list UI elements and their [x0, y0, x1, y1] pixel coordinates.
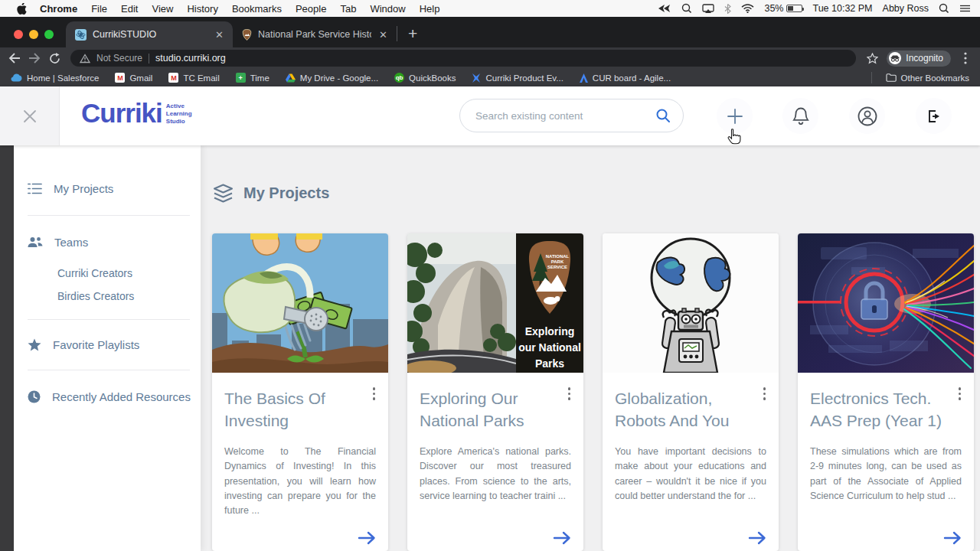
search-icon[interactable]: [655, 108, 671, 123]
bookmark-quickbooks[interactable]: qb QuickBooks: [394, 73, 456, 83]
card-menu-button[interactable]: [371, 385, 378, 403]
menu-edit[interactable]: Edit: [114, 3, 145, 15]
menubar-user-name[interactable]: Abby Ross: [883, 3, 929, 14]
project-description: You have important decisions to make abo…: [615, 445, 766, 504]
list-icon: [28, 183, 42, 194]
open-project-arrow[interactable]: [553, 531, 571, 545]
statusbar-zoom-icon[interactable]: [681, 3, 692, 14]
menu-bookmarks[interactable]: Bookmarks: [225, 3, 289, 15]
menubar-clock[interactable]: Tue 10:32 PM: [812, 3, 872, 14]
tab-close-icon[interactable]: ✕: [377, 29, 389, 41]
bookmarks-bar: Home | Salesforce M Gmail M TC Email + T…: [0, 69, 980, 86]
menu-history[interactable]: History: [180, 3, 224, 15]
statusbar-wifi-icon[interactable]: [741, 4, 754, 13]
minimize-window-button[interactable]: [29, 30, 38, 39]
chrome-menu-icon[interactable]: [956, 49, 975, 67]
bookmark-curriki-product[interactable]: Curriki Product Ev...: [472, 73, 563, 83]
sign-out-button[interactable]: [916, 98, 952, 134]
sidebar-item-curriki-creators[interactable]: Curriki Creators: [14, 267, 201, 279]
card-menu-button[interactable]: [956, 385, 964, 403]
bookmark-tc-email[interactable]: M TC Email: [168, 73, 219, 83]
menu-tab[interactable]: Tab: [333, 3, 363, 15]
project-thumbnail-robot-globe: [603, 233, 779, 373]
bookmark-label: Curriki Product Ev...: [485, 73, 563, 83]
forward-button[interactable]: [24, 49, 44, 67]
menu-file[interactable]: File: [84, 3, 114, 15]
other-bookmarks-button[interactable]: Other Bookmarks: [886, 73, 969, 83]
statusbar-bluetooth-icon[interactable]: [724, 4, 731, 14]
curriki-app-header: Curriki Active Learning Studio: [0, 86, 980, 145]
notification-center-icon[interactable]: [959, 4, 971, 13]
sidebar-item-birdies-creators[interactable]: Birdies Creators: [14, 290, 201, 302]
reload-button[interactable]: [44, 49, 64, 67]
statusbar-airplay-icon[interactable]: [702, 4, 714, 14]
curriki-logo[interactable]: Curriki Active Learning Studio: [81, 98, 192, 129]
open-project-arrow[interactable]: [358, 531, 376, 545]
sidebar-item-my-projects[interactable]: My Projects: [14, 182, 201, 195]
bookmark-my-drive[interactable]: My Drive - Google...: [286, 73, 378, 83]
project-card-basics-of-investing[interactable]: The Basics Of Investing Welcome to The F…: [212, 233, 388, 551]
url-text: studio.curriki.org: [155, 53, 226, 64]
sidebar-item-label: Curriki Creators: [57, 267, 132, 279]
sidebar-item-recently-added[interactable]: Recently Added Resources: [14, 390, 201, 403]
card-menu-button[interactable]: [566, 385, 573, 403]
search-bar: [459, 99, 684, 132]
sidebar-item-label: Birdies Creators: [57, 290, 134, 302]
menu-people[interactable]: People: [289, 3, 333, 15]
sheets-icon: +: [236, 73, 246, 83]
sidebar-close-button[interactable]: [0, 86, 60, 145]
not-secure-warning-icon[interactable]: [80, 54, 90, 64]
project-card-national-parks[interactable]: NATIONAL PARK SERVICE Exploring our Nati…: [407, 233, 583, 551]
new-tab-button[interactable]: +: [397, 24, 428, 43]
bell-icon: [792, 106, 810, 126]
menu-window[interactable]: Window: [363, 3, 412, 15]
project-card-globalization-robots[interactable]: Globalization, Robots And You You have i…: [603, 233, 779, 551]
statusbar-app-icon[interactable]: [658, 4, 671, 13]
address-bar[interactable]: Not Secure studio.curriki.org: [70, 50, 856, 67]
battery-percent: 35%: [764, 3, 783, 14]
bookmark-cur-board[interactable]: CUR board - Agile...: [580, 73, 671, 83]
bookmark-time[interactable]: + Time: [236, 73, 270, 83]
project-card-electronics-tech[interactable]: Electronics Tech. AAS Prep (Year 1) Thes…: [798, 233, 974, 551]
project-title: Globalization, Robots And You: [615, 388, 766, 432]
incognito-badge: Incognito: [887, 51, 951, 67]
tab-title: CurrikiSTUDIO: [93, 29, 207, 40]
currikistudio-favicon: [75, 29, 87, 41]
battery-icon: [786, 5, 802, 12]
project-thumbnail-investing: [212, 233, 388, 373]
project-thumbnail-national-parks: NATIONAL PARK SERVICE Exploring our Nati…: [407, 233, 583, 373]
bookmark-label: QuickBooks: [409, 73, 456, 83]
sidebar-item-favorite-playlists[interactable]: Favorite Playlists: [14, 338, 201, 351]
profile-button[interactable]: [849, 98, 885, 134]
jira-board-icon: [580, 73, 588, 83]
spotlight-icon[interactable]: [939, 3, 949, 14]
logo-text: Curriki: [81, 98, 162, 129]
chrome-tabstrip: CurrikiSTUDIO ✕ National Park Service Hi…: [0, 17, 980, 47]
tab-currikistudio[interactable]: CurrikiSTUDIO ✕: [66, 21, 233, 47]
bookmark-salesforce[interactable]: Home | Salesforce: [11, 73, 99, 83]
menu-view[interactable]: View: [145, 3, 180, 15]
mouse-cursor: [727, 129, 741, 145]
svg-text:Parks: Parks: [535, 357, 564, 370]
open-project-arrow[interactable]: [943, 531, 962, 545]
menu-chrome[interactable]: Chrome: [33, 3, 84, 15]
sidebar-item-teams[interactable]: Teams: [14, 236, 201, 249]
tab-national-park-service[interactable]: National Park Service History: ✕: [233, 21, 397, 47]
macos-menubar: Chrome File Edit View History Bookmarks …: [0, 0, 980, 17]
apple-logo-icon[interactable]: [17, 3, 27, 15]
bookmark-star-icon[interactable]: [862, 49, 882, 67]
maximize-window-button[interactable]: [44, 30, 54, 39]
close-window-button[interactable]: [14, 30, 23, 39]
back-button[interactable]: [5, 49, 24, 67]
card-menu-button[interactable]: [761, 385, 769, 403]
open-project-arrow[interactable]: [748, 531, 766, 545]
svg-text:SERVICE: SERVICE: [547, 265, 567, 269]
tab-close-icon[interactable]: ✕: [214, 29, 225, 41]
battery-indicator[interactable]: 35%: [764, 3, 802, 14]
search-input[interactable]: [475, 110, 655, 122]
notifications-button[interactable]: [782, 98, 818, 134]
bookmark-gmail[interactable]: M Gmail: [115, 73, 152, 83]
plus-icon: [727, 108, 743, 125]
menu-help[interactable]: Help: [413, 3, 447, 15]
page-title: My Projects: [243, 184, 329, 202]
